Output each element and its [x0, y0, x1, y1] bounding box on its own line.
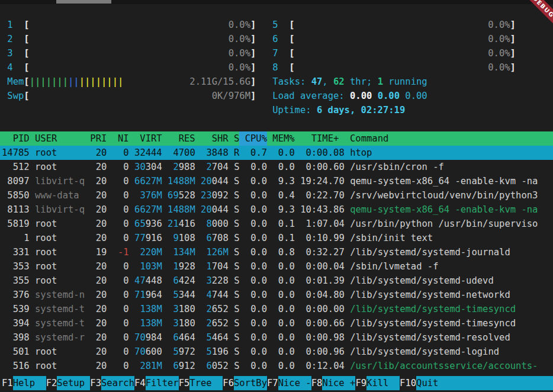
column-header-s[interactable]: S — [229, 131, 240, 146]
f4-key-label: F4 — [134, 376, 146, 390]
memory-cache-pipes: |||||||| — [79, 75, 124, 89]
load-15min: 0.00 — [405, 89, 427, 103]
f8-action-label: Nice + — [322, 376, 355, 390]
cell-pid: 5819 — [2, 217, 30, 231]
fn-key-f10[interactable]: F10Quit — [400, 376, 553, 390]
cpu-meters-row: 4 [ 0.0%] 8 [ 0.0%] — [0, 60, 553, 75]
process-row-1[interactable]: 1 root 20 0 77916 9108 6708 S 0.0 0.1 0:… — [0, 231, 553, 245]
cell-pri: 20 — [90, 231, 107, 245]
cell-cpu: 0.0 — [245, 345, 267, 359]
column-header-virt[interactable]: VIRT — [129, 131, 162, 146]
cell-time: 0:22.70 — [300, 188, 345, 203]
process-row-331[interactable]: 331 root 19 -1 220M 134M 126M S 0.0 0.8 … — [0, 245, 553, 259]
process-row-5850[interactable]: 5850 www-data 20 0 376M 69528 23092 S 0.… — [0, 188, 553, 203]
cell-ni: 0 — [112, 146, 129, 160]
cell-command: /lib/systemd/systemd-timesyncd — [350, 316, 516, 330]
column-header-shr[interactable]: SHR — [195, 131, 229, 146]
column-header-pri[interactable]: PRI — [85, 131, 107, 146]
cell-user: root — [35, 160, 85, 174]
process-row-8097[interactable]: 8097 libvirt-q 20 0 6627M 1488M 20044 S … — [0, 174, 553, 188]
scrollbar-thumb[interactable] — [56, 0, 111, 4]
column-header-user[interactable]: USER — [30, 131, 85, 146]
cell-command: /lib/systemd/systemd-udevd — [350, 274, 494, 288]
fn-key-f3[interactable]: F3Search — [90, 376, 134, 390]
process-row-501[interactable]: 501 root 20 0 70600 5972 5196 S 0.0 0.0 … — [0, 345, 553, 359]
cell-time: 19:24.70 — [300, 174, 345, 188]
f2-key-label: F2 — [46, 376, 57, 390]
cpu4-label: 4 — [7, 60, 24, 75]
cell-user: root — [35, 146, 85, 160]
cell-mem: 0.8 — [272, 245, 294, 259]
cpu6-meter: 6 [ 0.0%] — [272, 32, 516, 46]
column-header-cpu[interactable]: CPU% — [239, 131, 267, 146]
cell-mem: 9.3 — [272, 174, 294, 188]
cell-pid: 8097 — [2, 174, 30, 188]
cell-cpu: 0.0 — [245, 188, 267, 203]
fn-key-f1[interactable]: F1Help — [2, 376, 46, 390]
fn-key-f7[interactable]: F7Nice - — [267, 376, 311, 390]
f3-key-label: F3 — [90, 376, 101, 390]
cell-cpu: 0.0 — [245, 316, 267, 330]
swap-meter-label: Swp — [7, 89, 24, 103]
cpu4-percent: 0.0% — [229, 60, 250, 75]
cell-state: S — [234, 359, 239, 373]
cell-command: /srv/webvirtcloud/venv/bin/python3 — [350, 188, 538, 203]
cell-pid: 5850 — [2, 188, 30, 203]
cpu7-label: 7 — [272, 46, 289, 60]
fn-key-f9[interactable]: F9Kill — [355, 376, 400, 390]
process-row-353[interactable]: 353 root 20 0 103M 1928 1704 S 0.0 0.0 0… — [0, 259, 553, 274]
column-header-command[interactable]: Command — [345, 131, 389, 146]
cell-command: qemu-system-x86_64 -enable-kvm -na — [350, 174, 538, 188]
cell-mem: 0.1 — [272, 217, 294, 231]
cell-state: R — [234, 146, 239, 160]
cell-command: htop — [350, 146, 372, 160]
cell-pri: 20 — [90, 174, 107, 188]
cell-user: libvirt-q — [35, 203, 85, 217]
cpu3-meter: 3 [ 0.0%] — [7, 46, 256, 60]
fn-key-f6[interactable]: F6SortBy — [223, 376, 267, 390]
cell-pid: 8113 — [2, 203, 30, 217]
process-row-8113[interactable]: 8113 libvirt-q 20 0 6627M 1488M 20044 S … — [0, 203, 553, 217]
column-header-time[interactable]: TIME+ — [295, 131, 345, 146]
cell-pid: 353 — [2, 259, 30, 274]
process-row-376[interactable]: 376 systemd-n 20 0 71964 5344 4744 S 0.0… — [0, 288, 553, 302]
cell-mem: 0.0 — [272, 274, 294, 288]
cpu2-label: 2 — [7, 32, 24, 46]
process-row-398[interactable]: 398 systemd-r 20 0 70984 6464 5464 S 0.0… — [0, 330, 553, 345]
uptime-value: 6 days, 02:27:19 — [317, 103, 405, 117]
htop-screen: 1 [ 0.0%] 5 [ 0.0%] 2 [ 0.0%] 6 [ 0.0%] … — [0, 18, 553, 390]
column-header-mem[interactable]: MEM% — [267, 131, 295, 146]
cell-command: /usr/sbin/cron -f — [350, 160, 444, 174]
function-key-bar: F1Help F2Setup F3SearchF4FilterF5Tree F6… — [0, 376, 553, 390]
process-row-516[interactable]: 516 root 20 0 281M 6912 6052 S 0.0 0.0 0… — [0, 359, 553, 373]
process-row-355[interactable]: 355 root 20 0 47448 6424 3228 S 0.0 0.0 … — [0, 274, 553, 288]
cell-cpu: 0.0 — [245, 231, 267, 245]
cell-user: root — [35, 231, 85, 245]
cell-state: S — [234, 274, 239, 288]
process-row-5819[interactable]: 5819 root 20 0 65936 21416 8000 S 0.0 0.… — [0, 217, 553, 231]
cell-cpu: 0.0 — [245, 245, 267, 259]
cell-ni: 0 — [112, 330, 129, 345]
process-row-512[interactable]: 512 root 20 0 30304 2988 2704 S 0.0 0.0 … — [0, 160, 553, 174]
f2-action-label: Setup — [57, 376, 90, 390]
process-row-14785[interactable]: 14785 root 20 0 32444 4700 3848 R 0.7 0.… — [0, 146, 553, 160]
process-row-394[interactable]: 394 systemd-t 20 0 138M 3180 2652 S 0.0 … — [0, 316, 553, 330]
column-header-res[interactable]: RES — [162, 131, 195, 146]
cell-cpu: 0.0 — [245, 203, 267, 217]
cpu2-percent: 0.0% — [229, 32, 250, 46]
fn-key-f4[interactable]: F4Filter — [134, 376, 179, 390]
fn-key-f2[interactable]: F2Setup — [46, 376, 91, 390]
cell-command: /lib/systemd/systemd-resolved — [350, 330, 510, 345]
process-row-539[interactable]: 539 systemd-t 20 0 138M 3180 2652 S 0.0 … — [0, 302, 553, 316]
cell-cpu: 0.7 — [245, 146, 267, 160]
column-header-ni[interactable]: NI — [107, 131, 128, 146]
cell-user: root — [35, 259, 85, 274]
cell-pri: 20 — [90, 288, 107, 302]
tasks-summary: Tasks: 47, 62 thr; 1 running — [272, 75, 427, 89]
load-5min: 0.00 — [378, 89, 400, 103]
fn-key-f5[interactable]: F5Tree — [179, 376, 223, 390]
cpu6-label: 6 — [272, 32, 289, 46]
cell-user: root — [35, 274, 85, 288]
fn-key-f8[interactable]: F8Nice + — [311, 376, 356, 390]
column-header-pid[interactable]: PID — [2, 131, 30, 146]
